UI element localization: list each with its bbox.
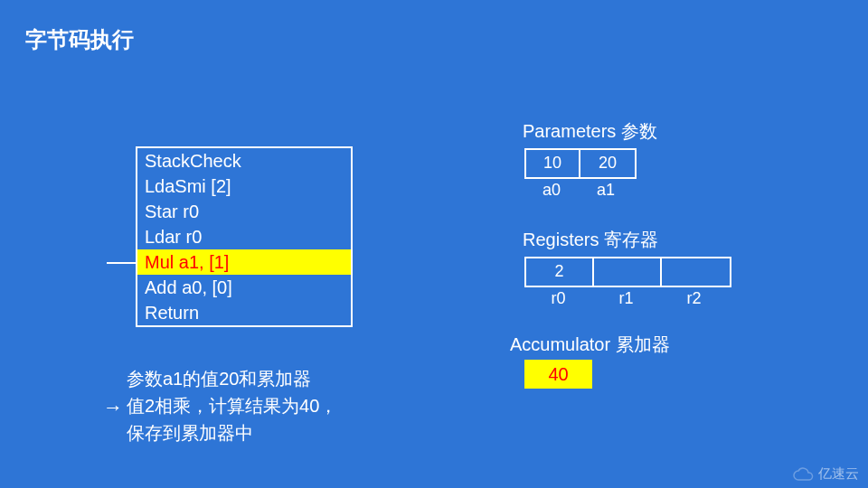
register-cell (594, 258, 662, 286)
instruction-pointer-line (107, 262, 136, 264)
register-cell (662, 258, 730, 286)
cloud-icon (793, 467, 815, 482)
explanation-note: 参数a1的值20和累加器 值2相乘，计算结果为40， 保存到累加器中 (127, 365, 337, 446)
bytecode-line: Star r0 (137, 199, 351, 224)
param-name: a1 (579, 181, 633, 200)
accumulator-label: Accumulator 累加器 (510, 333, 670, 357)
page-title: 字节码执行 (25, 25, 134, 54)
registers-label: Registers 寄存器 (523, 228, 658, 252)
registers-cells: 2 (524, 257, 731, 287)
bytecode-line: StackCheck (137, 148, 351, 174)
watermark: 亿速云 (793, 465, 859, 483)
arrow-right-icon: → (103, 396, 123, 419)
register-name: r0 (524, 289, 592, 308)
bytecode-line: Return (137, 300, 351, 325)
note-line: 参数a1的值20和累加器 (127, 365, 337, 392)
register-name: r2 (660, 289, 728, 308)
accumulator-value: 40 (524, 360, 592, 389)
bytecode-list: StackCheck LdaSmi [2] Star r0 Ldar r0 Mu… (136, 146, 353, 327)
watermark-text: 亿速云 (818, 465, 859, 483)
bytecode-line: Ldar r0 (137, 224, 351, 249)
param-cell: 20 (580, 150, 635, 177)
param-name: a0 (524, 181, 579, 200)
registers-names: r0 r1 r2 (524, 289, 728, 308)
register-cell: 2 (526, 258, 594, 286)
note-line: 值2相乘，计算结果为40， (127, 392, 337, 419)
parameters-names: a0 a1 (524, 181, 633, 200)
param-cell: 10 (526, 150, 580, 177)
bytecode-line: LdaSmi [2] (137, 174, 351, 199)
bytecode-line-current: Mul a1, [1] (137, 249, 351, 275)
bytecode-line: Add a0, [0] (137, 275, 351, 300)
register-name: r1 (592, 289, 660, 308)
parameters-cells: 10 20 (524, 148, 637, 179)
parameters-label: Parameters 参数 (523, 119, 657, 144)
note-line: 保存到累加器中 (127, 419, 337, 446)
